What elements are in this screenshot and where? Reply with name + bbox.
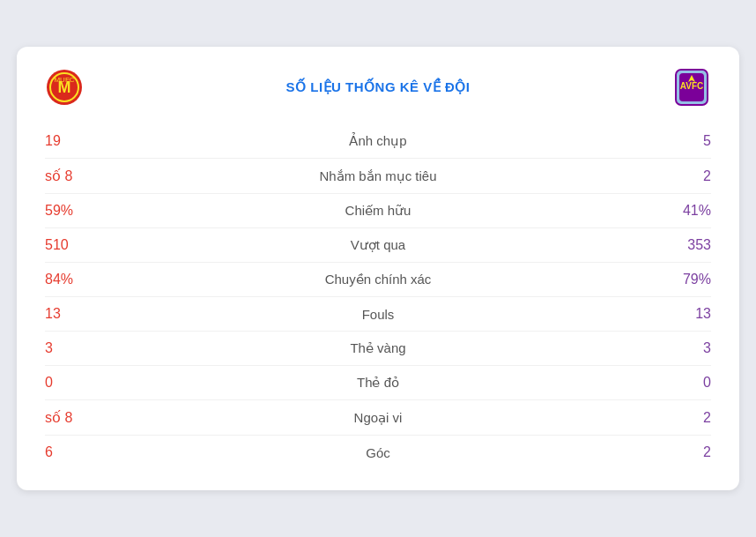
aston-villa-logo: AVFC [672, 68, 711, 107]
stat-right-value: 5 [641, 133, 711, 149]
man-utd-logo: M MUFC [45, 68, 84, 107]
stat-label: Thẻ đỏ [115, 375, 641, 391]
stat-left-value: 510 [45, 237, 115, 253]
stat-right-value: 2 [641, 410, 711, 426]
stats-table: 19Ảnh chụp5số 8Nhắm bắn mục tiêu259%Chiế… [45, 124, 711, 469]
stat-right-value: 13 [641, 306, 711, 322]
svg-text:MUFC: MUFC [54, 76, 74, 84]
stat-left-value: 19 [45, 133, 115, 149]
stat-row: số 8Nhắm bắn mục tiêu2 [45, 159, 711, 194]
stat-row: số 8Ngoại vi2 [45, 400, 711, 436]
stat-row: 0Thẻ đỏ0 [45, 366, 711, 400]
stat-row: 84%Chuyền chính xác79% [45, 263, 711, 297]
stat-row: 6Góc2 [45, 436, 711, 469]
stat-left-value: 59% [45, 203, 115, 219]
stat-right-value: 3 [641, 340, 711, 356]
stat-right-value: 2 [641, 444, 711, 460]
stat-right-value: 0 [641, 375, 711, 391]
stat-label: Ảnh chụp [115, 133, 641, 149]
stat-label: Ngoại vi [115, 410, 641, 426]
stat-label: Nhắm bắn mục tiêu [115, 168, 641, 184]
stat-left-value: số 8 [45, 409, 115, 426]
stat-left-value: 0 [45, 375, 115, 391]
stat-right-value: 2 [641, 168, 711, 184]
stat-label: Chuyền chính xác [115, 272, 641, 287]
svg-text:AVFC: AVFC [680, 81, 703, 91]
stats-card: M MUFC SỐ LIỆU THỐNG KÊ VỀ ĐỘI AVFC 19Ản… [17, 47, 739, 490]
stat-left-value: 3 [45, 340, 115, 356]
stat-left-value: 13 [45, 306, 115, 322]
stat-right-value: 79% [641, 272, 711, 287]
stat-row: 19Ảnh chụp5 [45, 124, 711, 159]
stat-row: 510Vượt qua353 [45, 228, 711, 263]
stat-row: 3Thẻ vàng3 [45, 332, 711, 366]
stat-row: 13Fouls13 [45, 297, 711, 332]
stat-label: Thẻ vàng [115, 340, 641, 356]
page-title: SỐ LIỆU THỐNG KÊ VỀ ĐỘI [84, 79, 672, 95]
stat-right-value: 353 [641, 237, 711, 253]
stat-label: Góc [115, 445, 641, 460]
stat-right-value: 41% [641, 203, 711, 219]
stat-left-value: 84% [45, 272, 115, 287]
stat-label: Vượt qua [115, 237, 641, 253]
stat-label: Fouls [115, 307, 641, 322]
stat-label: Chiếm hữu [115, 203, 641, 219]
header: M MUFC SỐ LIỆU THỐNG KÊ VỀ ĐỘI AVFC [45, 68, 711, 107]
stat-left-value: số 8 [45, 168, 115, 184]
stat-row: 59%Chiếm hữu41% [45, 194, 711, 228]
stat-left-value: 6 [45, 444, 115, 460]
